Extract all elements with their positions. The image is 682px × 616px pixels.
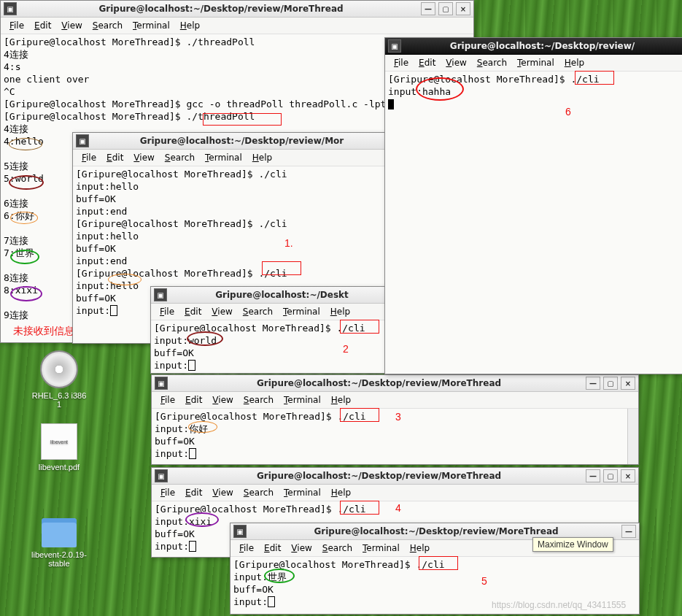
menubar: File Edit View Search Terminal Help xyxy=(1,18,473,34)
terminal-icon: ▣ xyxy=(388,39,401,53)
watermark: https://blog.csdn.net/qq_43411555 xyxy=(492,600,626,610)
terminal-output[interactable]: [Gripure@localhost MoreThread]$ ./cli in… xyxy=(151,320,395,373)
menu-search[interactable]: Search xyxy=(318,542,357,555)
window-title: Gripure@localhost:~/Desktop/review/MoreT… xyxy=(172,471,586,481)
menu-file[interactable]: File xyxy=(77,151,101,164)
menu-search[interactable]: Search xyxy=(88,19,127,32)
menu-view[interactable]: View xyxy=(129,151,158,164)
minimize-button[interactable]: — xyxy=(586,469,600,482)
minimize-button[interactable]: — xyxy=(586,377,600,390)
desktop-icon-folder[interactable]: libevent-2.0.19-stable xyxy=(31,512,88,568)
menu-search[interactable]: Search xyxy=(239,305,277,318)
menu-terminal[interactable]: Terminal xyxy=(279,486,325,499)
cursor xyxy=(268,596,275,607)
menubar: File Edit View Search Terminal Help xyxy=(151,304,395,320)
close-button[interactable]: × xyxy=(621,377,635,390)
menu-help[interactable]: Help xyxy=(326,305,354,318)
menu-view[interactable]: View xyxy=(57,19,86,32)
window-title: Gripure@localhost:~/Deskt xyxy=(171,290,392,300)
menubar: File Edit View Search Terminal Help xyxy=(152,392,638,409)
window-title: Gripure@localhost:~/Desktop/review/MoreT… xyxy=(172,378,586,388)
menu-file[interactable]: File xyxy=(156,486,179,499)
menu-terminal[interactable]: Terminal xyxy=(279,305,325,318)
terminal-icon: ▣ xyxy=(155,377,168,390)
maximize-button[interactable]: ▢ xyxy=(438,2,453,15)
menu-view[interactable]: View xyxy=(208,393,237,407)
terminal-2: ▣ Gripure@localhost:~/Deskt File Edit Vi… xyxy=(150,286,396,374)
terminal-output[interactable]: [Gripure@localhost MoreThread]$ ./cli in… xyxy=(152,409,638,464)
menu-file[interactable]: File xyxy=(235,542,258,555)
menu-view[interactable]: View xyxy=(441,56,470,69)
menu-view[interactable]: View xyxy=(208,486,237,499)
cursor xyxy=(189,448,196,459)
menu-view[interactable]: View xyxy=(207,305,236,318)
minimize-button[interactable]: — xyxy=(621,525,636,538)
menu-file[interactable]: File xyxy=(390,56,413,69)
desktop-icon-pdf[interactable]: libevent libevent.pdf xyxy=(31,423,88,471)
menubar: File Edit View Search Terminal Help xyxy=(385,55,682,72)
menu-search[interactable]: Search xyxy=(160,151,199,164)
window-titlebar[interactable]: ▣ Gripure@localhost:~/Desktop/review/ xyxy=(385,38,682,55)
menu-edit[interactable]: Edit xyxy=(181,393,206,407)
window-titlebar[interactable]: ▣ Gripure@localhost:~/Desktop/review/Mor xyxy=(73,133,393,150)
window-titlebar[interactable]: ▣ Gripure@localhost:~/Desktop/review/Mor… xyxy=(152,375,638,392)
terminal-icon: ▣ xyxy=(154,288,167,301)
terminal-icon: ▣ xyxy=(233,525,247,538)
menu-view[interactable]: View xyxy=(287,542,316,555)
terminal-icon: ▣ xyxy=(155,469,168,482)
menu-file[interactable]: File xyxy=(156,393,179,407)
window-title: Gripure@localhost:~/Desktop/review/Mor xyxy=(93,136,390,146)
window-titlebar[interactable]: ▣ Gripure@localhost:~/Desktop/review/Mor… xyxy=(152,468,638,485)
terminal-icon: ▣ xyxy=(76,134,89,147)
menu-terminal[interactable]: Terminal xyxy=(513,56,559,69)
menu-edit[interactable]: Edit xyxy=(102,151,128,164)
menu-search[interactable]: Search xyxy=(239,486,278,499)
menu-edit[interactable]: Edit xyxy=(180,305,206,318)
window-titlebar[interactable]: ▣ Gripure@localhost:~/Desktop/review/Mor… xyxy=(1,1,473,18)
terminal-output[interactable]: [Gripure@localhost MoreThread]$ ./cli in… xyxy=(385,72,682,374)
menu-file[interactable]: File xyxy=(155,305,179,318)
icon-label: RHEL_6.3 i386 1 xyxy=(31,391,88,409)
tooltip-maximize: Maximize Window xyxy=(532,537,613,552)
scrollbar[interactable] xyxy=(627,409,638,464)
cursor xyxy=(388,99,394,109)
menu-edit[interactable]: Edit xyxy=(414,56,440,69)
menu-file[interactable]: File xyxy=(5,19,28,32)
maximize-button[interactable]: ▢ xyxy=(603,377,618,390)
menubar: File Edit View Search Terminal Help xyxy=(73,150,393,166)
menu-help[interactable]: Help xyxy=(176,19,204,32)
window-title: Gripure@localhost:~/Desktop/review/ xyxy=(406,41,679,51)
terminal-3: ▣ Gripure@localhost:~/Desktop/review/Mor… xyxy=(151,374,639,465)
cursor xyxy=(189,541,196,552)
menu-search[interactable]: Search xyxy=(239,393,278,407)
menu-edit[interactable]: Edit xyxy=(260,542,285,555)
menu-help[interactable]: Help xyxy=(248,151,276,164)
menu-help[interactable]: Help xyxy=(560,56,589,69)
close-button[interactable]: × xyxy=(621,469,635,482)
cursor xyxy=(188,360,195,371)
menu-terminal[interactable]: Terminal xyxy=(128,19,174,32)
menu-help[interactable]: Help xyxy=(327,486,355,499)
minimize-button[interactable]: — xyxy=(421,2,435,15)
window-titlebar[interactable]: ▣ Gripure@localhost:~/Deskt xyxy=(151,287,395,304)
menu-edit[interactable]: Edit xyxy=(181,486,206,499)
menu-help[interactable]: Help xyxy=(406,542,434,555)
menubar: File Edit View Search Terminal Help xyxy=(152,485,638,501)
menu-help[interactable]: Help xyxy=(327,393,355,407)
icon-label: libevent-2.0.19-stable xyxy=(31,550,88,568)
desktop-icon-dvd[interactable]: RHEL_6.3 i386 1 xyxy=(31,350,88,409)
window-title: Gripure@localhost:~/Desktop/review/MoreT… xyxy=(251,526,621,536)
menu-terminal[interactable]: Terminal xyxy=(358,542,404,555)
menu-search[interactable]: Search xyxy=(473,56,511,69)
cursor xyxy=(110,305,117,316)
window-title: Gripure@localhost:~/Desktop/review/MoreT… xyxy=(21,4,421,14)
maximize-button[interactable]: ▢ xyxy=(603,469,618,482)
terminal-icon: ▣ xyxy=(4,2,17,15)
menu-edit[interactable]: Edit xyxy=(30,19,55,32)
menu-terminal[interactable]: Terminal xyxy=(279,393,325,407)
menu-terminal[interactable]: Terminal xyxy=(201,151,247,164)
terminal-6: ▣ Gripure@localhost:~/Desktop/review/ Fi… xyxy=(384,37,682,374)
icon-label: libevent.pdf xyxy=(39,463,80,471)
close-button[interactable]: × xyxy=(456,2,470,15)
